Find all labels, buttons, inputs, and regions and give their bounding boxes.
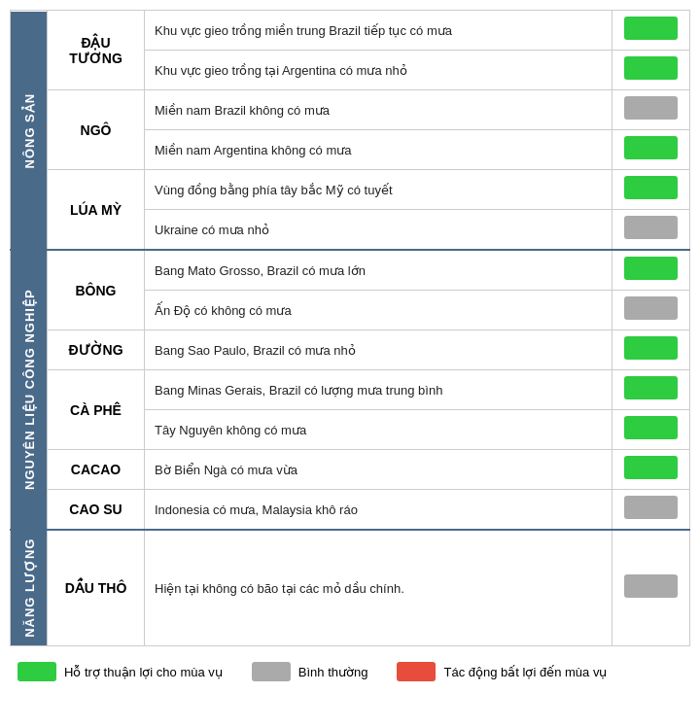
status-indicator: [624, 416, 678, 439]
description-cell: Ukraine có mưa nhỏ: [145, 210, 612, 251]
description-cell: Miền nam Argentina không có mưa: [145, 130, 612, 170]
description-cell: Ấn Độ có không có mưa: [145, 291, 612, 330]
item-label: BÔNG: [48, 250, 145, 330]
description-cell: Khu vực gieo trồng tại Argentina có mưa …: [145, 51, 612, 90]
status-indicator: [624, 574, 678, 598]
category-cell: NGUYÊN LIỆU CÔNG NGHIỆP: [11, 250, 48, 530]
status-indicator: [624, 216, 678, 239]
status-cell: [612, 250, 690, 291]
legend-label: Hỗ trợ thuận lợi cho mùa vụ: [64, 665, 223, 679]
legend-color-box: [18, 662, 56, 681]
legend-item: Tác động bất lợi đến mùa vụ: [397, 662, 607, 681]
item-label: ĐƯỜNG: [48, 330, 145, 370]
status-indicator: [624, 257, 678, 280]
status-cell: [612, 291, 690, 330]
status-cell: [612, 330, 690, 370]
item-label: DẦU THÔ: [48, 530, 145, 646]
item-label: ĐẬU TƯƠNG: [48, 11, 145, 90]
status-cell: [612, 90, 690, 130]
status-indicator: [624, 376, 678, 399]
main-table: NÔNG SẢNĐẬU TƯƠNGKhu vực gieo trồng miền…: [10, 10, 690, 646]
description-cell: Bang Minas Gerais, Brazil có lượng mưa t…: [145, 370, 612, 410]
status-cell: [612, 11, 690, 51]
status-cell: [612, 51, 690, 90]
status-cell: [612, 210, 690, 251]
item-label: CAO SU: [48, 490, 145, 531]
description-cell: Indonesia có mưa, Malaysia khô ráo: [145, 490, 612, 531]
status-cell: [612, 170, 690, 210]
description-cell: Bang Sao Paulo, Brazil có mưa nhỏ: [145, 330, 612, 370]
status-indicator: [624, 136, 678, 159]
status-indicator: [624, 296, 678, 320]
category-cell: NÔNG SẢN: [11, 11, 48, 251]
status-indicator: [624, 336, 678, 360]
status-cell: [612, 450, 690, 490]
legend-label: Bình thường: [298, 665, 368, 679]
description-cell: Vùng đồng bằng phía tây bắc Mỹ có tuyết: [145, 170, 612, 210]
description-cell: Hiện tại không có bão tại các mỏ dầu chí…: [145, 530, 612, 646]
status-cell: [612, 410, 690, 450]
item-label: LÚA MỲ: [48, 170, 145, 251]
category-cell: NĂNG LƯỢNG: [11, 530, 48, 646]
description-cell: Bang Mato Grosso, Brazil có mưa lớn: [145, 250, 612, 291]
status-indicator: [624, 56, 678, 80]
status-cell: [612, 130, 690, 170]
status-indicator: [624, 96, 678, 120]
legend-item: Bình thường: [252, 662, 368, 681]
status-indicator: [624, 496, 678, 519]
status-indicator: [624, 17, 678, 40]
description-cell: Miền nam Brazil không có mưa: [145, 90, 612, 130]
legend-item: Hỗ trợ thuận lợi cho mùa vụ: [18, 662, 223, 681]
status-indicator: [624, 176, 678, 199]
status-cell: [612, 530, 690, 646]
item-label: CÀ PHÊ: [48, 370, 145, 450]
legend-color-box: [397, 662, 436, 681]
description-cell: Khu vực gieo trồng miền trung Brazil tiế…: [145, 11, 612, 51]
legend: Hỗ trợ thuận lợi cho mùa vụBình thườngTá…: [10, 658, 690, 685]
status-cell: [612, 370, 690, 410]
status-indicator: [624, 456, 678, 479]
description-cell: Tây Nguyên không có mưa: [145, 410, 612, 450]
legend-label: Tác động bất lợi đến mùa vụ: [443, 665, 607, 679]
legend-color-box: [252, 662, 291, 681]
item-label: CACAO: [48, 450, 145, 490]
description-cell: Bờ Biển Ngà có mưa vừa: [145, 450, 612, 490]
status-cell: [612, 490, 690, 531]
item-label: NGÔ: [48, 90, 145, 170]
